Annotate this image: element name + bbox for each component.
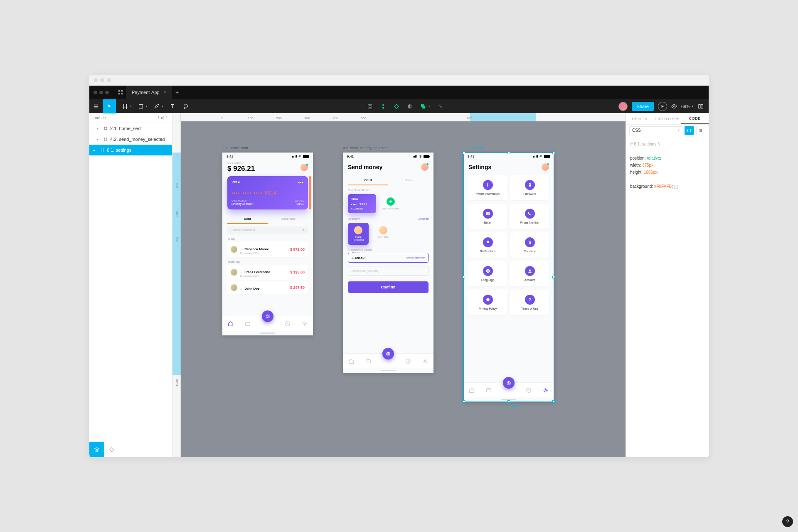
close-icon[interactable]: × (164, 90, 166, 95)
boolean-icon[interactable] (420, 103, 426, 109)
wallet-icon (365, 358, 371, 364)
svg-point-36 (304, 323, 305, 325)
home-indicator (501, 399, 516, 400)
traffic-light-icon (94, 78, 98, 82)
svg-rect-11 (139, 104, 143, 108)
frame-tool[interactable] (118, 99, 132, 113)
frame-icon (103, 137, 108, 141)
svg-point-51 (545, 389, 547, 391)
avatar (231, 246, 237, 253)
tab-code[interactable]: CODE (681, 113, 709, 124)
text-tool[interactable]: T (166, 99, 179, 113)
recipient-selected: Franz Ferdinand (348, 223, 369, 245)
settings-tile: Notifications (468, 232, 507, 258)
add-tab-button[interactable]: + (172, 89, 182, 96)
status-bar: 9:41 (222, 153, 313, 160)
inspector-panel: DESIGN PROTOTYPE CODE CSS▾ /* 6.1. setti… (626, 113, 709, 457)
tab-design[interactable]: DESIGN (626, 113, 653, 124)
traffic-light-icon (100, 78, 104, 82)
mask-icon[interactable] (407, 103, 413, 109)
balance-label: Your balance (227, 162, 255, 165)
home-indicator (381, 370, 396, 371)
home-icon (469, 387, 475, 393)
comment-tool[interactable] (179, 99, 192, 113)
tab-bar (222, 316, 313, 331)
present-button[interactable] (658, 102, 667, 111)
fab-button (382, 348, 394, 360)
status-bar: 9:41 (463, 153, 554, 160)
signal-icon (413, 155, 417, 158)
artboard-home[interactable]: 2.1. home_sent 9:41 (222, 153, 313, 335)
layer-row[interactable]: ▸ 2.1. home_sent (89, 123, 172, 134)
fab-button (503, 377, 515, 389)
component-icon[interactable] (380, 103, 386, 109)
shield-icon (483, 295, 493, 305)
app-topbar: Payment-App × + (89, 86, 709, 99)
svg-rect-18 (423, 106, 426, 108)
signal-icon (533, 155, 538, 158)
svg-rect-49 (487, 389, 491, 392)
select-tool[interactable] (103, 99, 116, 113)
overflow-hint: 14 (343, 202, 344, 205)
artboard-label: 6.1. settings (463, 146, 484, 150)
home-indicator (260, 332, 275, 334)
tab-bank: Bank (388, 176, 429, 185)
svg-rect-34 (246, 323, 250, 325)
settings-tile: Phone Number (510, 204, 549, 229)
svg-rect-3 (121, 93, 123, 95)
mail-icon (483, 209, 493, 219)
pen-tool[interactable] (150, 99, 163, 113)
align-icon[interactable] (367, 103, 373, 109)
zoom-control[interactable]: 69% ▾ (681, 104, 694, 109)
share-button[interactable]: Share (632, 102, 654, 111)
avatar (379, 226, 387, 234)
transaction-row: to: Franz Ferdinand19 January, 2019 $ 12… (227, 265, 308, 280)
layers-tab-button[interactable] (89, 442, 104, 457)
clock-icon (405, 358, 411, 364)
grid-view-icon[interactable] (115, 90, 126, 95)
assets-tab-button[interactable] (104, 442, 119, 457)
tab-prototype[interactable]: PROTOTYPE (653, 113, 681, 124)
shape-tool[interactable] (134, 99, 148, 113)
svg-point-32 (302, 229, 304, 231)
svg-point-38 (267, 316, 268, 317)
recipient: John Doe (373, 223, 394, 245)
link-icon[interactable] (438, 103, 443, 109)
help-icon[interactable] (698, 103, 704, 109)
settings-tile: Privacy Policy (468, 290, 507, 315)
svg-point-47 (529, 269, 531, 271)
svg-point-57 (700, 129, 701, 130)
search-icon (301, 229, 305, 232)
settings-tile: Account (510, 261, 549, 286)
artboard-label: 2.1. home_sent (222, 146, 248, 150)
artboard-settings[interactable]: 6.1. settings 9:41 Setti (463, 153, 554, 402)
search-input: Search transaction (227, 227, 308, 234)
ruler-horizontal: 0 100 200 300 400 500 875 (181, 113, 626, 121)
user-avatar[interactable] (618, 102, 628, 111)
instance-icon[interactable] (394, 103, 399, 109)
settings-icon[interactable] (696, 126, 705, 135)
ruler-corner (172, 113, 181, 121)
layers-panel: mobile 1 of 1 ▸ 2.1. home_sent ▸ 4.2. se… (89, 113, 172, 457)
layer-row[interactable]: ▸ 4.2. send_money_selected (89, 134, 172, 145)
canvas[interactable]: 0 100 200 300 400 500 875 0 100 200 290 … (172, 113, 626, 457)
avatar (231, 284, 237, 291)
page-selector[interactable]: mobile 1 of 1 (89, 113, 172, 123)
signal-icon (292, 155, 297, 158)
ruler-selection-h (470, 113, 536, 121)
language-select[interactable]: CSS▾ (629, 126, 682, 134)
settings-tile: Language (468, 261, 507, 286)
toolbar: ▾ ▾ ▾ ▾ T ▾ Share (89, 99, 709, 113)
layer-row-selected[interactable]: ▸ 6.1. settings (89, 145, 172, 155)
svg-rect-37 (266, 315, 269, 318)
avatar (421, 163, 429, 171)
menu-button[interactable] (89, 99, 103, 113)
svg-text:T: T (171, 103, 174, 109)
svg-point-48 (486, 298, 490, 301)
chevron-down-icon[interactable]: ▾ (429, 105, 430, 108)
artboard-send-money[interactable]: 4.2. send_money_selected 9:41 (343, 153, 433, 373)
clock-icon (526, 387, 532, 393)
file-tab[interactable]: Payment-App × (126, 86, 172, 99)
code-icon[interactable] (685, 126, 694, 135)
view-icon[interactable] (671, 103, 677, 109)
